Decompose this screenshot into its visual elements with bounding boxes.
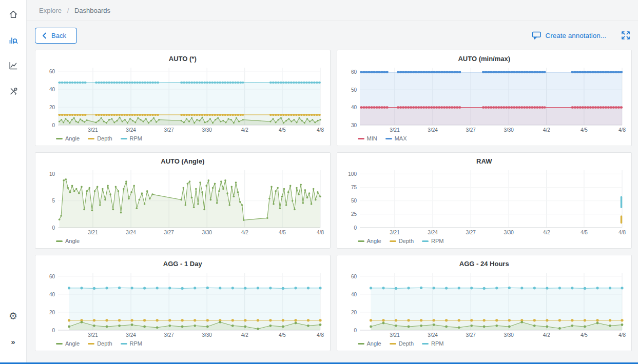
legend-item-rpm[interactable]: RPM [422, 238, 443, 244]
svg-text:3/30: 3/30 [504, 127, 514, 133]
legend-item-angle[interactable]: Angle [358, 340, 381, 347]
legend-label: Angle [65, 238, 80, 244]
panel-title: RAW [342, 156, 627, 167]
svg-text:3/30: 3/30 [504, 332, 514, 338]
create-annotation-label: Create annotation... [545, 32, 606, 39]
legend-color-swatch [88, 343, 94, 345]
svg-text:0: 0 [354, 328, 357, 333]
svg-text:3/27: 3/27 [466, 332, 476, 338]
back-button[interactable]: Back [35, 28, 77, 44]
legend-label: RPM [130, 340, 142, 347]
chart-svg: 02040603/213/243/273/304/24/54/8 [342, 270, 627, 338]
svg-text:0: 0 [52, 225, 55, 231]
svg-text:4/2: 4/2 [241, 332, 248, 338]
svg-text:3/24: 3/24 [428, 230, 438, 235]
legend-color-swatch [358, 343, 364, 345]
svg-text:4/2: 4/2 [543, 332, 550, 338]
chart-svg: 05103/213/243/273/304/24/54/8 [41, 167, 325, 236]
legend: Angle [41, 236, 325, 246]
legend-item-depth[interactable]: Depth [88, 135, 112, 141]
svg-text:3/27: 3/27 [164, 230, 174, 235]
svg-text:3/30: 3/30 [504, 230, 514, 235]
legend-item-angle[interactable]: Angle [56, 238, 80, 244]
svg-text:10: 10 [49, 171, 55, 177]
panel-auto-star: AUTO (*) 02040603/213/243/273/304/24/54/… [35, 50, 331, 146]
legend-item-max[interactable]: MAX [385, 135, 407, 141]
svg-text:4/8: 4/8 [317, 332, 324, 338]
panel-raw: RAW 02550751003/213/243/273/304/24/54/8 … [337, 152, 632, 249]
svg-text:3/21: 3/21 [88, 332, 98, 338]
home-icon[interactable] [3, 4, 24, 25]
svg-text:0: 0 [52, 328, 55, 333]
legend-color-swatch [385, 138, 392, 139]
chart-auto-star: 02040603/213/243/273/304/24/54/8 [41, 65, 325, 133]
svg-text:40: 40 [351, 292, 357, 297]
legend-label: Depth [97, 340, 112, 347]
create-annotation-button[interactable]: Create annotation... [532, 31, 606, 40]
legend-label: Depth [399, 340, 414, 347]
panel-title: AGG - 1 Day [41, 259, 325, 270]
main-area: Explore / Dashboards Back Create annotat… [27, 0, 638, 364]
legend-item-min[interactable]: MIN [358, 135, 377, 141]
svg-text:4/5: 4/5 [580, 230, 587, 235]
legend-color-swatch [56, 240, 63, 242]
legend-item-rpm[interactable]: RPM [121, 135, 142, 141]
sidebar-collapse-icon[interactable]: » [3, 331, 24, 352]
breadcrumb-explore[interactable]: Explore [39, 7, 62, 14]
legend-label: Angle [65, 340, 80, 347]
data-explorer-icon[interactable] [3, 30, 24, 50]
legend-item-angle[interactable]: Angle [56, 340, 80, 347]
expand-icon[interactable] [621, 30, 631, 41]
legend-item-depth[interactable]: Depth [88, 340, 112, 347]
svg-text:3/30: 3/30 [202, 230, 212, 235]
svg-text:4/8: 4/8 [317, 230, 324, 235]
svg-text:3/30: 3/30 [202, 332, 212, 338]
legend-item-rpm[interactable]: RPM [121, 340, 142, 347]
line-chart-icon[interactable] [3, 55, 24, 76]
legend-item-angle[interactable]: Angle [56, 135, 80, 141]
chart-raw: 02550751003/213/243/273/304/24/54/8 [342, 167, 627, 236]
chart-agg-24hours: 02040603/213/243/273/304/24/54/8 [342, 270, 627, 338]
legend-color-swatch [422, 240, 429, 242]
svg-text:100: 100 [348, 171, 357, 177]
svg-text:0: 0 [354, 225, 357, 231]
svg-text:4/2: 4/2 [543, 230, 550, 235]
svg-text:3/30: 3/30 [202, 127, 212, 133]
svg-text:3/24: 3/24 [428, 127, 438, 133]
svg-text:75: 75 [351, 185, 357, 190]
dashboard-toolbar: Back Create annotation... [27, 21, 638, 50]
chart-svg: 02040603/213/243/273/304/24/54/8 [41, 65, 325, 133]
legend-item-rpm[interactable]: RPM [422, 340, 443, 347]
annotation-bubble-icon [532, 31, 542, 40]
panel-title: AUTO (*) [41, 54, 325, 65]
chevron-left-icon [42, 32, 47, 39]
legend-label: MIN [367, 135, 377, 141]
svg-text:3/21: 3/21 [88, 230, 98, 235]
legend-color-swatch [390, 240, 396, 242]
legend: AngleDepthRPM [41, 133, 325, 144]
legend: MINMAX [342, 133, 627, 144]
svg-text:4/2: 4/2 [241, 230, 248, 235]
legend-item-depth[interactable]: Depth [390, 340, 414, 347]
legend-color-swatch [121, 343, 127, 345]
legend-item-depth[interactable]: Depth [390, 238, 414, 244]
svg-text:4/5: 4/5 [279, 230, 286, 235]
legend-label: Angle [367, 340, 381, 347]
settings-gear-icon[interactable]: ⚙ [3, 306, 24, 326]
svg-text:50: 50 [351, 87, 357, 93]
svg-text:3/21: 3/21 [88, 127, 98, 133]
legend-color-swatch [390, 343, 396, 345]
legend-label: Angle [65, 135, 80, 141]
breadcrumb-separator: / [67, 7, 69, 14]
tools-icon[interactable] [3, 81, 24, 102]
legend-color-swatch [121, 138, 127, 139]
svg-text:40: 40 [351, 105, 357, 110]
legend-item-angle[interactable]: Angle [358, 238, 381, 244]
legend-label: RPM [130, 135, 142, 141]
legend-label: Depth [399, 238, 414, 244]
svg-text:60: 60 [351, 69, 357, 75]
svg-text:60: 60 [49, 274, 55, 279]
breadcrumb-dashboards: Dashboards [74, 7, 110, 14]
panel-auto-minmax: AUTO (min/max) 304050603/213/243/273/304… [337, 50, 632, 146]
svg-text:4/5: 4/5 [279, 127, 286, 133]
